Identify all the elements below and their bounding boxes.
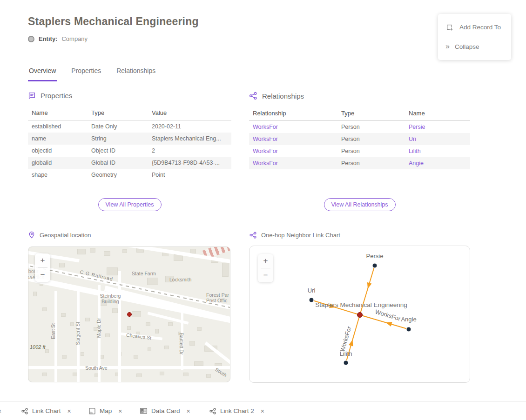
map-building [42,373,47,376]
map-label-bartlett-dr: Bartlett Dr [179,333,184,354]
table-row[interactable]: WorksForPersonPersie [249,121,470,133]
column-header: Type [88,107,148,120]
close-icon[interactable]: × [261,407,264,415]
link-chart-section-header: One-hop Neighbor Link Chart [249,231,340,239]
graph-node[interactable] [344,360,348,365]
map-building [146,322,150,326]
map-building [70,322,74,326]
link-chart-canvas[interactable]: WorksForWorksForStaplers Mechanical Engi… [250,246,470,383]
edge-arrow-icon [349,340,353,347]
menu-item-collapse[interactable]: » Collapse [438,37,511,56]
entity-link[interactable]: Persie [405,121,470,133]
entity-value: Company [61,35,88,42]
map-label-locksmith: Locksmith [169,277,191,282]
close-icon[interactable]: × [187,407,190,415]
entity-link[interactable]: Angie [405,157,470,169]
map-building [160,372,164,375]
zoom-in-button[interactable]: + [35,253,50,267]
map-building [155,329,159,333]
column-header: Name [405,107,470,121]
relationship-link[interactable]: WorksFor [249,145,337,157]
map-label-maple-dr: Maple Dr [96,318,101,338]
map-scale-text: 1002 ft [30,344,46,350]
bottom-tab-link-chart-2[interactable]: Link Chart 2 × [209,401,264,420]
zoom-in-button[interactable]: + [258,254,273,268]
graph-node[interactable] [406,327,411,332]
link-chart-icon [21,407,28,415]
map-building [42,307,47,311]
close-icon[interactable]: × [118,407,122,415]
map-canvas[interactable]: C G Railroad State Farm Locksmith Steinb… [28,247,230,382]
map-building [104,251,110,256]
close-icon[interactable]: × [67,407,71,415]
view-all-properties-button[interactable]: View All Properties [98,198,162,211]
map-building [59,263,65,267]
entity-label: Entity: [39,35,57,42]
center-graph-node[interactable] [357,313,363,318]
table-row[interactable]: globalidGlobal ID{5D9B4713-F98D-4A53-... [28,157,231,169]
table-row[interactable]: shapeGeometryPoint [28,169,231,181]
properties-section-header: Properties [28,92,231,100]
zoom-out-button[interactable]: − [35,268,50,282]
add-record-icon [445,23,453,31]
section-title: Relationships [262,92,304,100]
properties-table: Name Type Value establishedDate Only2020… [28,107,231,181]
edge-arrow-icon [386,322,392,327]
node-label: Angie [401,316,416,323]
tab-properties[interactable]: Properties [70,65,102,81]
map-panel: C G Railroad State Farm Locksmith Steinb… [28,247,230,382]
map-pin-icon [28,231,35,239]
relationship-link[interactable]: WorksFor [249,133,337,145]
table-row[interactable]: objectidObject ID2 [28,145,231,157]
collapse-icon: » [445,42,449,51]
map-label-state-farm: State Farm [132,271,156,276]
map-building [77,249,86,254]
graph-node[interactable] [309,298,314,302]
partial-tab-close-icon[interactable]: × [0,401,1,420]
table-row[interactable]: WorksForPersonLilith [249,145,470,157]
map-icon [88,407,96,415]
entity-link[interactable]: Lilith [405,145,470,157]
menu-item-add-record-to[interactable]: Add Record To [438,18,511,37]
properties-icon [28,92,36,100]
map-building [194,361,203,366]
table-row[interactable]: WorksForPersonUri [249,133,470,145]
map-section-header: Geospatial location [28,231,91,239]
view-all-relationships-button[interactable]: View All Relationships [324,198,395,211]
column-header: Value [148,107,231,120]
table-row[interactable]: establishedDate Only2020-02-11 [28,120,231,133]
tab-label: Link Chart 2 [220,407,254,414]
map-building [90,248,95,253]
page-title: Staplers Mechanical Engineering [28,15,199,28]
map-point-marker[interactable] [127,312,132,317]
map-building [148,347,151,351]
bottom-tab-map[interactable]: Map × [88,401,122,420]
table-row[interactable]: nameStringStaplers Mechanical Eng... [28,133,231,145]
map-building [168,322,173,326]
map-label-steinberg: SteinbergBuilding [95,293,125,304]
edge-label: WorksFor [339,325,353,353]
tab-row: Overview Properties Relationships [28,65,156,81]
tab-overview[interactable]: Overview [28,65,57,81]
section-title: Properties [40,92,72,100]
node-label: Uri [308,287,316,294]
map-building [107,267,118,275]
map-building [197,327,202,331]
bottom-tab-data-card[interactable]: Data Card × [140,401,190,420]
bottom-tab-link-chart[interactable]: Link Chart × [21,401,71,420]
tab-label: Map [100,407,112,414]
tab-relationships[interactable]: Relationships [115,65,156,81]
relationship-link[interactable]: WorksFor [249,121,337,133]
map-building [183,373,189,376]
zoom-out-button[interactable]: − [258,268,273,282]
link-chart-icon [249,231,257,239]
relationships-icon [249,92,257,100]
map-building [45,349,49,353]
edge-arrow-icon [367,282,372,289]
relationship-link[interactable]: WorksFor [249,157,337,169]
map-building [136,373,142,377]
graph-node[interactable] [372,263,377,268]
table-row[interactable]: WorksForPersonAngie [249,157,470,169]
map-building [61,313,66,317]
entity-link[interactable]: Uri [405,133,470,145]
